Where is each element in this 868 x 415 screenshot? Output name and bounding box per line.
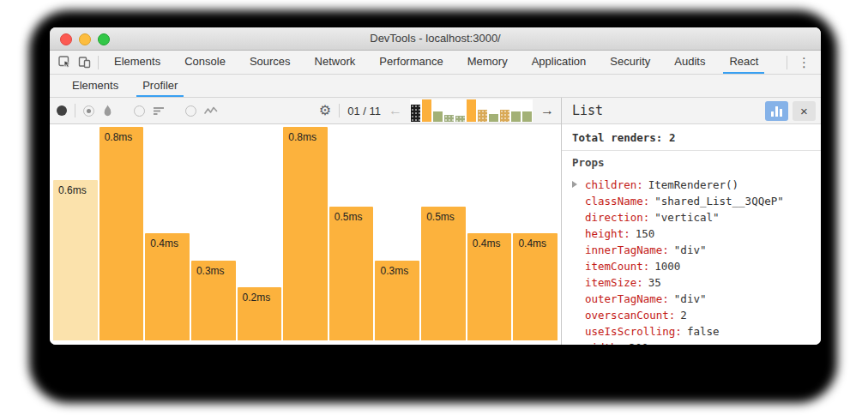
ranked-chart-icon[interactable] bbox=[153, 105, 165, 116]
prop-key: width: bbox=[585, 341, 624, 345]
chart-bar-8[interactable]: 0.3ms bbox=[375, 261, 419, 340]
prop-key: innerTagName: bbox=[585, 244, 669, 256]
snapshot-thumbnail-2[interactable] bbox=[422, 99, 431, 122]
react-panel-content: ⚙ 01 / 11 ← → 0.6ms0.8ms0.4ms0.3ms0.2ms0… bbox=[50, 98, 821, 345]
chart-bar-label: 0.3ms bbox=[196, 265, 225, 277]
traffic-lights bbox=[60, 33, 110, 45]
inspect-element-icon[interactable] bbox=[58, 56, 71, 69]
window-title: DevTools - localhost:3000/ bbox=[50, 27, 821, 50]
chart-bar-label: 0.3ms bbox=[380, 265, 408, 277]
minimize-window-button[interactable] bbox=[79, 33, 91, 45]
divider bbox=[75, 104, 75, 117]
chart-bar-label: 0.5ms bbox=[426, 211, 455, 223]
interactions-chart-icon[interactable] bbox=[204, 105, 218, 116]
subtab-profiler[interactable]: Profiler bbox=[136, 75, 184, 97]
tab-console[interactable]: Console bbox=[178, 51, 232, 74]
chart-bar-3[interactable]: 0.4ms bbox=[145, 233, 190, 340]
divider bbox=[339, 104, 340, 117]
prop-key: itemCount: bbox=[585, 260, 649, 273]
snapshot-thumbnail-6[interactable] bbox=[467, 99, 476, 122]
flamegraph-radio[interactable] bbox=[83, 105, 94, 117]
close-details-icon[interactable]: × bbox=[793, 101, 816, 121]
snapshot-thumbnail-9[interactable] bbox=[500, 110, 509, 122]
react-panel-subtabs: ElementsProfiler bbox=[50, 75, 821, 98]
prop-key: direction: bbox=[585, 211, 649, 224]
flame-icon[interactable] bbox=[102, 105, 113, 117]
props-section: Props children:ItemRenderer()className:"… bbox=[562, 151, 821, 345]
prop-value: ItemRenderer() bbox=[648, 178, 738, 191]
expand-arrow-icon[interactable] bbox=[572, 181, 577, 188]
profiler-pane: ⚙ 01 / 11 ← → 0.6ms0.8ms0.4ms0.3ms0.2ms0… bbox=[50, 98, 561, 345]
chart-bar-9[interactable]: 0.5ms bbox=[421, 207, 466, 340]
devtools-tab-bar: ElementsConsoleSourcesNetworkPerformance… bbox=[50, 51, 821, 75]
tab-elements[interactable]: Elements bbox=[108, 51, 166, 74]
prop-value: "div" bbox=[674, 244, 707, 256]
snapshot-thumbnail-11[interactable] bbox=[522, 111, 532, 122]
prop-value: 2 bbox=[680, 309, 687, 322]
tab-react[interactable]: React bbox=[723, 51, 764, 74]
component-chart-button[interactable] bbox=[765, 101, 788, 121]
snapshot-strip bbox=[410, 99, 533, 122]
render-duration-bar-chart: 0.6ms0.8ms0.4ms0.3ms0.2ms0.8ms0.5ms0.3ms… bbox=[50, 124, 561, 345]
prop-key: height: bbox=[585, 227, 630, 240]
prop-row-useIsScrolling: useIsScrolling:false bbox=[572, 323, 811, 340]
tab-performance[interactable]: Performance bbox=[373, 51, 449, 74]
prop-key: className: bbox=[585, 195, 649, 208]
prop-row-outerTagName: outerTagName:"div" bbox=[572, 291, 811, 307]
chart-bar-1[interactable]: 0.6ms bbox=[53, 180, 98, 340]
interactions-radio[interactable] bbox=[185, 105, 196, 117]
title-bar: DevTools - localhost:3000/ bbox=[50, 27, 821, 51]
chart-bar-2[interactable]: 0.8ms bbox=[99, 127, 144, 340]
prop-value: 150 bbox=[636, 227, 655, 240]
tab-security[interactable]: Security bbox=[604, 51, 656, 74]
prop-value: false bbox=[687, 325, 720, 338]
snapshot-counter: 01 / 11 bbox=[347, 105, 381, 117]
tab-sources[interactable]: Sources bbox=[244, 51, 297, 74]
prop-key: useIsScrolling: bbox=[585, 325, 682, 338]
ranked-radio[interactable] bbox=[134, 105, 145, 117]
snapshot-thumbnail-8[interactable] bbox=[489, 114, 498, 122]
tab-audits[interactable]: Audits bbox=[668, 51, 711, 74]
chart-bar-label: 0.4ms bbox=[150, 238, 178, 250]
chart-bar-label: 0.5ms bbox=[335, 211, 363, 223]
prop-row-height: height:150 bbox=[572, 226, 811, 242]
more-options-icon[interactable]: ⋮ bbox=[794, 56, 814, 69]
settings-gear-icon[interactable]: ⚙ bbox=[319, 104, 331, 117]
prop-value: "vertical" bbox=[654, 211, 719, 224]
tabbar-icons bbox=[50, 51, 102, 74]
chart-bar-label: 0.8ms bbox=[288, 131, 316, 143]
chart-bar-11[interactable]: 0.4ms bbox=[513, 233, 558, 340]
total-renders: Total renders: 2 bbox=[562, 124, 821, 151]
next-snapshot-icon[interactable]: → bbox=[540, 104, 554, 117]
prop-key: children: bbox=[585, 178, 643, 191]
snapshot-thumbnail-10[interactable] bbox=[511, 111, 521, 122]
tab-memory[interactable]: Memory bbox=[461, 51, 514, 74]
chart-bar-6[interactable]: 0.8ms bbox=[283, 127, 328, 340]
zoom-window-button[interactable] bbox=[98, 33, 110, 45]
chart-bar-4[interactable]: 0.3ms bbox=[191, 261, 236, 340]
tab-application[interactable]: Application bbox=[526, 51, 593, 74]
snapshot-thumbnail-1[interactable] bbox=[411, 105, 420, 122]
chart-bar-label: 0.6ms bbox=[58, 184, 87, 196]
snapshot-thumbnail-3[interactable] bbox=[433, 111, 443, 122]
snapshot-thumbnail-4[interactable] bbox=[444, 115, 454, 122]
divider bbox=[98, 56, 99, 69]
subtab-elements[interactable]: Elements bbox=[66, 75, 124, 97]
record-icon[interactable] bbox=[57, 105, 67, 116]
snapshot-thumbnail-5[interactable] bbox=[455, 116, 465, 122]
prop-value: "div" bbox=[674, 292, 707, 305]
previous-snapshot-icon[interactable]: ← bbox=[389, 104, 402, 117]
close-window-button[interactable] bbox=[60, 33, 72, 45]
prop-row-width: width:300 bbox=[572, 340, 811, 345]
chart-bar-5[interactable]: 0.2ms bbox=[238, 287, 282, 340]
prop-row-innerTagName: innerTagName:"div" bbox=[572, 242, 811, 258]
chart-bar-10[interactable]: 0.4ms bbox=[467, 233, 512, 340]
details-header: List × bbox=[562, 98, 821, 124]
device-toolbar-icon[interactable] bbox=[78, 56, 91, 69]
tab-network[interactable]: Network bbox=[309, 51, 362, 74]
component-details-panel: List × Total renders: 2 Props children:I… bbox=[561, 98, 821, 345]
chart-bar-7[interactable]: 0.5ms bbox=[329, 207, 374, 340]
snapshot-thumbnail-7[interactable] bbox=[478, 110, 487, 122]
prop-row-direction: direction:"vertical" bbox=[572, 209, 811, 226]
prop-row-overscanCount: overscanCount:2 bbox=[572, 307, 811, 323]
